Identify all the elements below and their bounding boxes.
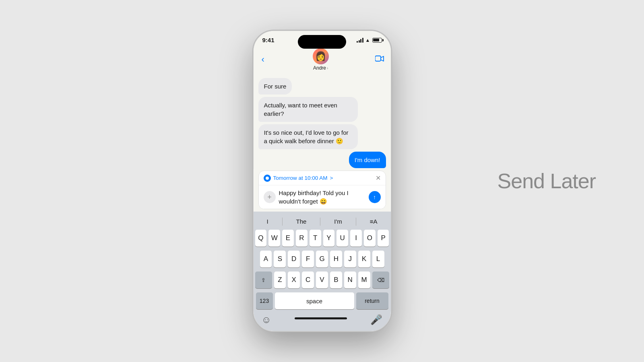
scene: Send Later 9:41 ▲: [0, 0, 644, 362]
key-m[interactable]: M: [358, 272, 370, 288]
video-call-button[interactable]: [375, 56, 384, 64]
key-j[interactable]: J: [344, 251, 356, 267]
signal-bars-icon: [357, 38, 363, 43]
avatar: 👩: [313, 48, 329, 64]
key-s[interactable]: S: [274, 251, 286, 267]
svg-rect-0: [375, 56, 381, 61]
schedule-time-text: Tomorrow at 10:00 AM: [273, 175, 328, 181]
nav-bar: ‹ 👩 Andre ›: [254, 46, 391, 75]
message-bubble-3: It's so nice out, I'd love to go for a q…: [258, 124, 358, 149]
suggestion-divider-1: [282, 218, 283, 226]
contact-name: Andre: [313, 65, 326, 71]
keyboard-row-3: ⇧ Z X C V B N M ⌫: [255, 272, 389, 288]
home-indicator: [295, 317, 347, 319]
dynamic-island: [298, 35, 346, 49]
schedule-close-button[interactable]: ✕: [376, 174, 381, 182]
suggestion-divider-2: [320, 218, 320, 226]
keyboard-bottom-row: 123 space return: [255, 292, 389, 309]
return-key[interactable]: return: [356, 292, 388, 309]
back-button[interactable]: ‹: [260, 53, 266, 66]
key-k[interactable]: K: [358, 251, 370, 267]
key-y[interactable]: Y: [323, 230, 335, 247]
delete-key[interactable]: ⌫: [372, 272, 389, 288]
key-v[interactable]: V: [316, 272, 328, 288]
schedule-chevron: >: [330, 175, 333, 181]
mic-button[interactable]: 🎤: [370, 314, 382, 325]
contact-info[interactable]: 👩 Andre ›: [313, 48, 329, 71]
key-c[interactable]: C: [302, 272, 314, 288]
compose-input-text[interactable]: Happy birthday! Told you I wouldn't forg…: [279, 189, 365, 206]
status-icons: ▲: [357, 37, 382, 43]
signal-bar-3: [360, 39, 361, 43]
battery-fill: [373, 39, 379, 41]
schedule-banner: Tomorrow at 10:00 AM > ✕ + Happy birthda…: [258, 171, 386, 209]
schedule-dot-inner: [266, 177, 269, 180]
key-z[interactable]: Z: [274, 272, 286, 288]
suggestion-im[interactable]: I'm: [331, 216, 345, 226]
key-o[interactable]: O: [364, 230, 376, 247]
key-f[interactable]: F: [302, 251, 314, 267]
avatar-emoji: 👩: [315, 51, 326, 62]
key-x[interactable]: X: [288, 272, 300, 288]
compose-send-button[interactable]: ↑: [369, 191, 381, 203]
key-r[interactable]: R: [296, 230, 308, 247]
key-p[interactable]: P: [378, 230, 389, 247]
phone-shell: 9:41 ▲ ‹: [253, 30, 392, 332]
key-e[interactable]: E: [282, 230, 294, 247]
key-d[interactable]: D: [288, 251, 300, 267]
num-key[interactable]: 123: [256, 292, 273, 309]
key-n[interactable]: N: [344, 272, 356, 288]
keyboard-row-1: Q W E R T Y U I O P: [255, 230, 389, 247]
space-key[interactable]: space: [275, 292, 354, 309]
status-bar: 9:41 ▲: [254, 31, 391, 46]
suggestion-divider-3: [356, 218, 356, 226]
key-u[interactable]: U: [336, 230, 348, 247]
suggestion-the[interactable]: The: [293, 216, 310, 226]
phone-inner: 9:41 ▲ ‹: [254, 31, 391, 331]
schedule-dot-icon: [264, 175, 271, 182]
key-l[interactable]: L: [372, 251, 384, 267]
key-a[interactable]: A: [260, 251, 272, 267]
compose-plus-button[interactable]: +: [264, 191, 276, 203]
send-arrow-icon: ↑: [373, 194, 376, 200]
signal-bar-1: [357, 41, 358, 43]
compose-area: + Happy birthday! Told you I wouldn't fo…: [259, 185, 386, 209]
key-g[interactable]: G: [316, 251, 328, 267]
contact-name-row: Andre ›: [313, 65, 328, 71]
messages-area: For sure Actually, want to meet even ear…: [254, 75, 391, 169]
wifi-icon: ▲: [365, 37, 370, 43]
shift-key[interactable]: ⇧: [255, 272, 272, 288]
key-q[interactable]: Q: [255, 230, 267, 247]
key-w[interactable]: W: [268, 230, 280, 247]
video-camera-icon: [375, 56, 384, 62]
signal-bar-2: [359, 40, 360, 43]
send-later-label: Send Later: [497, 169, 596, 193]
keyboard: I The I'm ≡A Q W E R T Y U I: [254, 212, 391, 331]
message-bubble-4: I'm down!: [349, 152, 386, 168]
battery-icon: [372, 38, 382, 43]
emoji-button[interactable]: ☺: [262, 314, 272, 325]
suggestion-i[interactable]: I: [263, 216, 271, 226]
message-bubble-2: Actually, want to meet even earlier?: [258, 97, 358, 122]
contact-chevron: ›: [327, 66, 328, 70]
compose-text-wrapper: Happy birthday! Told you I wouldn't forg…: [279, 189, 365, 206]
signal-bar-4: [362, 38, 363, 43]
key-h[interactable]: H: [330, 251, 342, 267]
schedule-time[interactable]: Tomorrow at 10:00 AM >: [264, 175, 333, 182]
key-b[interactable]: B: [330, 272, 342, 288]
keyboard-emoji-bar: ☺ 🎤: [255, 312, 389, 329]
message-bubble-1: For sure: [258, 78, 292, 95]
key-i[interactable]: I: [350, 230, 362, 247]
keyboard-row-2: A S D F G H J K L: [255, 251, 389, 267]
key-t[interactable]: T: [310, 230, 321, 247]
suggestion-list[interactable]: ≡A: [367, 216, 381, 226]
status-time: 9:41: [262, 37, 275, 43]
schedule-header: Tomorrow at 10:00 AM > ✕: [259, 171, 386, 185]
keyboard-suggestions: I The I'm ≡A: [255, 215, 389, 230]
